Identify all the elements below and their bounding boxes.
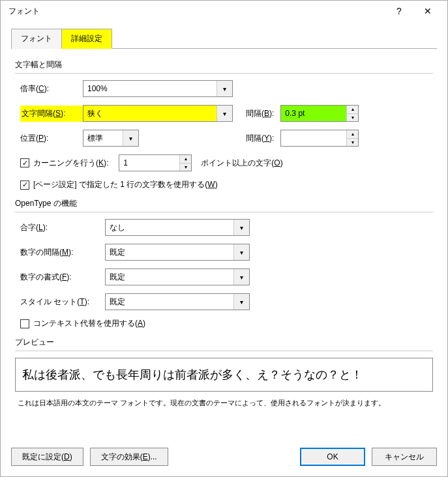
help-button[interactable]: ? bbox=[385, 2, 413, 20]
position-select[interactable]: 標準 ▾ bbox=[83, 130, 139, 147]
position-label: 位置(P): bbox=[20, 133, 83, 144]
spin-down-icon: ▾ bbox=[347, 139, 358, 147]
chevron-down-icon: ▾ bbox=[217, 81, 232, 96]
text-effects-button[interactable]: 文字の効果(E)... bbox=[90, 448, 168, 466]
ok-button[interactable]: OK bbox=[300, 448, 365, 466]
spin-down-icon: ▾ bbox=[180, 164, 191, 171]
spinner-buttons[interactable]: ▴▾ bbox=[346, 106, 358, 121]
spin-up-icon: ▴ bbox=[347, 106, 358, 114]
tab-advanced[interactable]: 詳細設定 bbox=[61, 29, 112, 49]
kerning-points-input[interactable]: 1 ▴▾ bbox=[119, 154, 192, 171]
spin-up-icon: ▴ bbox=[347, 130, 358, 139]
num-spacing-select[interactable]: 既定 ▾ bbox=[105, 244, 250, 261]
chevron-down-icon: ▾ bbox=[233, 269, 249, 285]
spinner-buttons[interactable]: ▴▾ bbox=[346, 130, 358, 146]
group-preview: プレビュー 私は後者派、でも長年周りは前者派が多く、え？そうなの？と！ これは日… bbox=[15, 337, 433, 408]
preview-note: これは日本語用の本文のテーマ フォントです。現在の文書のテーマによって、使用され… bbox=[15, 398, 433, 408]
divider bbox=[15, 73, 433, 74]
kerning-suffix: ポイント以上の文字(O) bbox=[201, 158, 282, 169]
position-by-label: 間隔(Y): bbox=[246, 133, 274, 144]
font-dialog: フォント ? ✕ フォント 詳細設定 文字幅と間隔 倍率(C): 100% ▾ bbox=[0, 0, 448, 477]
group-title: OpenType の機能 bbox=[15, 198, 433, 209]
spacing-by-label: 間隔(B): bbox=[246, 108, 274, 119]
tab-strip: フォント 詳細設定 bbox=[11, 28, 437, 49]
close-button[interactable]: ✕ bbox=[413, 2, 442, 20]
content: フォント 詳細設定 文字幅と間隔 倍率(C): 100% ▾ 文字間隔(S): … bbox=[1, 22, 447, 440]
ligatures-label: 合字(L): bbox=[20, 222, 105, 233]
chevron-down-icon: ▾ bbox=[233, 220, 249, 235]
divider bbox=[15, 212, 433, 212]
cancel-button[interactable]: キャンセル bbox=[372, 448, 437, 466]
group-title: 文字幅と間隔 bbox=[15, 59, 433, 70]
spacing-by-input[interactable]: 0.3 pt ▴▾ bbox=[280, 105, 359, 122]
scale-select[interactable]: 100% ▾ bbox=[83, 80, 233, 97]
scale-label: 倍率(C): bbox=[20, 83, 83, 94]
ligatures-select[interactable]: なし ▾ bbox=[105, 219, 250, 236]
checkbox-icon: ✓ bbox=[20, 158, 29, 167]
preview-box: 私は後者派、でも長年周りは前者派が多く、え？そうなの？と！ bbox=[15, 358, 433, 392]
window-title: フォント bbox=[8, 6, 385, 17]
spin-up-icon: ▴ bbox=[180, 155, 191, 164]
kerning-checkbox[interactable]: ✓ カーニングを行う(K): bbox=[20, 158, 108, 169]
group-title: プレビュー bbox=[15, 337, 433, 348]
num-forms-label: 数字の書式(F): bbox=[20, 272, 105, 283]
checkbox-icon: ✓ bbox=[20, 181, 29, 190]
spin-down-icon: ▾ bbox=[347, 114, 358, 122]
group-char-spacing: 文字幅と間隔 倍率(C): 100% ▾ 文字間隔(S): 狭く ▾ 間隔(B) bbox=[15, 59, 433, 190]
num-spacing-label: 数字の間隔(M): bbox=[20, 247, 105, 258]
titlebar: フォント ? ✕ bbox=[1, 1, 447, 22]
grid-checkbox[interactable]: ✓ [ページ設定] で指定した 1 行の文字数を使用する(W) bbox=[20, 179, 218, 190]
context-alt-checkbox[interactable]: コンテキスト代替を使用する(A) bbox=[20, 318, 145, 329]
chevron-down-icon: ▾ bbox=[233, 244, 249, 260]
style-set-select[interactable]: 既定 ▾ bbox=[105, 293, 250, 310]
checkbox-icon bbox=[20, 319, 29, 328]
chevron-down-icon: ▾ bbox=[217, 106, 232, 121]
divider bbox=[15, 351, 433, 351]
spinner-buttons[interactable]: ▴▾ bbox=[179, 155, 191, 171]
chevron-down-icon: ▾ bbox=[123, 130, 138, 146]
position-by-input[interactable]: ▴▾ bbox=[280, 130, 359, 147]
style-set-label: スタイル セット(T): bbox=[20, 296, 105, 308]
char-spacing-label: 文字間隔(S): bbox=[20, 106, 83, 122]
footer: 既定に設定(D) 文字の効果(E)... OK キャンセル bbox=[1, 440, 447, 476]
chevron-down-icon: ▾ bbox=[233, 294, 249, 310]
tab-font[interactable]: フォント bbox=[11, 29, 62, 49]
num-forms-select[interactable]: 既定 ▾ bbox=[105, 268, 250, 285]
char-spacing-select[interactable]: 狭く ▾ bbox=[83, 105, 233, 122]
group-opentype: OpenType の機能 合字(L): なし ▾ 数字の間隔(M): 既定 ▾ bbox=[15, 198, 433, 329]
set-default-button[interactable]: 既定に設定(D) bbox=[11, 448, 83, 466]
tab-body: 文字幅と間隔 倍率(C): 100% ▾ 文字間隔(S): 狭く ▾ 間隔(B) bbox=[11, 49, 437, 418]
